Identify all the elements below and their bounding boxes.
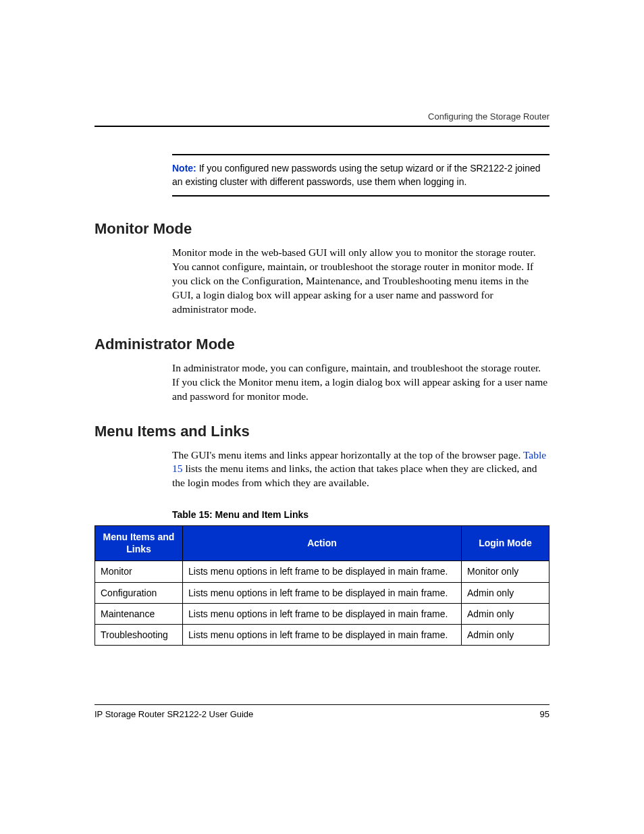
footer-page-number: 95 <box>540 709 549 719</box>
footer-rule <box>95 704 549 705</box>
menu-body-after: lists the menu items and links, the acti… <box>172 463 537 488</box>
cell-action: Lists menu options in left frame to be d… <box>183 561 462 582</box>
note-block: Note: If you configured new passwords us… <box>172 154 549 197</box>
cell-mode: Admin only <box>462 582 549 603</box>
heading-monitor-mode: Monitor Mode <box>95 220 549 238</box>
cell-action: Lists menu options in left frame to be d… <box>183 603 462 624</box>
running-header: Configuring the Storage Router <box>95 111 549 122</box>
th-menu-items: Menu Items and Links <box>95 526 183 561</box>
footer-doc-title: IP Storage Router SR2122-2 User Guide <box>95 709 253 719</box>
cell-action: Lists menu options in left frame to be d… <box>183 624 462 645</box>
cell-mode: Admin only <box>462 624 549 645</box>
note-body: If you configured new passwords using th… <box>172 163 541 187</box>
table-row: Configuration Lists menu options in left… <box>95 582 549 603</box>
table-header-row: Menu Items and Links Action Login Mode <box>95 526 549 561</box>
cell-mode: Monitor only <box>462 561 549 582</box>
note-top-rule <box>172 154 549 155</box>
note-paragraph: Note: If you configured new passwords us… <box>172 162 549 188</box>
menu-links-table: Menu Items and Links Action Login Mode M… <box>95 525 549 646</box>
cell-menu: Monitor <box>95 561 183 582</box>
heading-administrator-mode: Administrator Mode <box>95 336 549 353</box>
page-footer: IP Storage Router SR2122-2 User Guide 95 <box>95 704 549 719</box>
menu-body-before: The GUI's menu items and links appear ho… <box>172 449 523 461</box>
table-caption: Table 15: Menu and Item Links <box>172 509 549 520</box>
cell-menu: Troubleshooting <box>95 624 183 645</box>
table-row: Troubleshooting Lists menu options in le… <box>95 624 549 645</box>
body-administrator-mode: In administrator mode, you can configure… <box>172 361 549 404</box>
body-menu-items-links: The GUI's menu items and links appear ho… <box>172 448 549 491</box>
table-row: Monitor Lists menu options in left frame… <box>95 561 549 582</box>
cell-menu: Configuration <box>95 582 183 603</box>
body-monitor-mode: Monitor mode in the web-based GUI will o… <box>172 246 549 317</box>
cell-mode: Admin only <box>462 603 549 624</box>
cell-menu: Maintenance <box>95 603 183 624</box>
heading-menu-items-links: Menu Items and Links <box>95 423 549 440</box>
header-rule <box>95 126 549 127</box>
th-login-mode: Login Mode <box>462 526 549 561</box>
cell-action: Lists menu options in left frame to be d… <box>183 582 462 603</box>
note-label: Note: <box>172 163 196 174</box>
table-row: Maintenance Lists menu options in left f… <box>95 603 549 624</box>
note-bottom-rule <box>172 195 549 197</box>
th-action: Action <box>183 526 462 561</box>
